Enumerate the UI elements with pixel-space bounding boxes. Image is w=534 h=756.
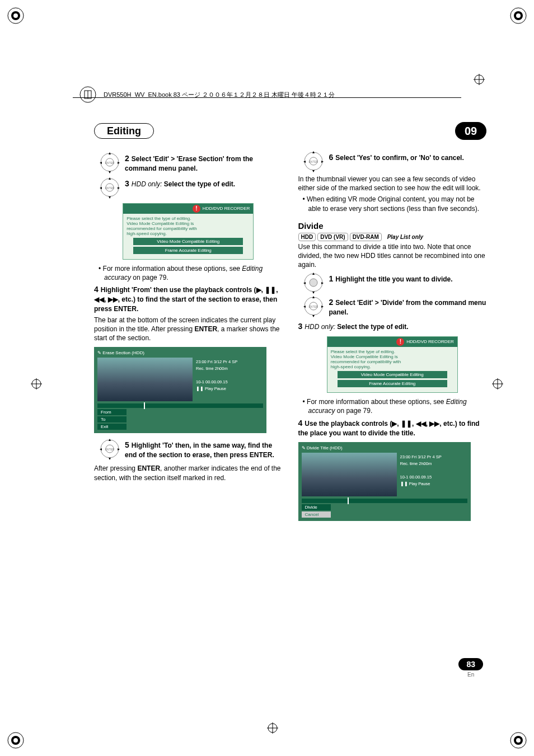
enter-icon: ENTER▴▾◂▸: [298, 150, 329, 172]
video-preview: [97, 358, 193, 401]
svg-text:ENTER: ENTER: [105, 161, 114, 165]
svg-point-5: [516, 13, 521, 18]
enter-icon: ENTER▴▾◂▸: [94, 176, 125, 199]
step-4-text: Highlight 'From' then use the playback c…: [94, 286, 278, 312]
svg-text:◂: ◂: [100, 185, 102, 190]
dialog-edit-type-1: !HDD/DVD RECORDER Please select the type…: [123, 203, 254, 260]
dialog-opt-2[interactable]: Frame Accurate Editing: [338, 380, 447, 387]
enter-icon: ENTER▴▾◂▸: [298, 295, 329, 317]
svg-text:▾: ▾: [109, 170, 111, 173]
dialog-edit-type-2: !HDD/DVD RECORDER Please select the type…: [327, 336, 458, 393]
enter-icon: ENTER▴▾◂▸: [94, 438, 125, 460]
svg-text:◂: ◂: [100, 447, 102, 452]
svg-text:▴: ▴: [109, 176, 111, 181]
divide-step-2-text: Select 'Edit' > 'Divide' from the comman…: [329, 299, 486, 316]
enter-icon: ENTER▴▾◂▸: [94, 151, 125, 173]
svg-text:▾: ▾: [312, 313, 315, 317]
svg-text:▴: ▴: [312, 271, 315, 276]
page-title: Editing: [94, 123, 154, 139]
crop-left: [31, 378, 42, 389]
crop-right: [492, 378, 503, 389]
divide-step-1: ▴▾◂▸ 1Highlight the title you want to di…: [298, 271, 487, 294]
svg-text:◂: ◂: [303, 159, 306, 164]
dialog-opt-2[interactable]: Frame Accurate Editing: [133, 247, 243, 254]
reg-mark-tr: [507, 4, 530, 27]
book-icon: [78, 85, 97, 104]
step-6-text: Select 'Yes' to confirm, or 'No' to canc…: [335, 154, 463, 162]
btn-divide[interactable]: Divide: [302, 504, 331, 510]
timeline-bar: [97, 403, 263, 408]
svg-text:▸: ▸: [118, 447, 120, 452]
media-tags: HDDDVD (VR)DVD-RAM Play List only: [298, 234, 487, 240]
divide-step-4-text: Use the playback controls (▶, ❚❚, ◀◀, ▶▶…: [298, 420, 480, 437]
svg-text:▴: ▴: [109, 151, 111, 156]
svg-point-2: [13, 13, 18, 18]
divide-step-2: ENTER▴▾◂▸ 2Select 'Edit' > 'Divide' from…: [298, 295, 487, 319]
step-2: ENTER▴▾◂▸ 2Select 'Edit' > 'Erase Sectio…: [94, 151, 283, 175]
dialog-opt-1[interactable]: Video Mode Compatible Editing: [338, 371, 447, 378]
frame-header: DVR550H_WV_EN.book 83 ページ ２００６年１２月２８日 木曜…: [73, 85, 461, 102]
bullet-vr-mode: • When editing VR mode Original content,…: [298, 195, 487, 213]
bullet-editing-accuracy-2: • For more information about these optio…: [298, 397, 487, 415]
svg-text:ENTER: ENTER: [309, 305, 318, 308]
svg-point-11: [516, 738, 521, 743]
btn-cancel[interactable]: Cancel: [302, 511, 331, 518]
svg-text:ENTER: ENTER: [105, 186, 114, 190]
svg-text:◂: ◂: [303, 280, 306, 285]
svg-point-56: [310, 279, 317, 287]
divide-step-3-text: Select the type of edit.: [335, 323, 409, 331]
video-preview: [302, 453, 397, 496]
divide-intro: Use this command to divide a title into …: [298, 242, 487, 270]
reg-mark-bl: [4, 729, 27, 752]
svg-text:▴: ▴: [312, 295, 315, 299]
chapter-badge: 09: [455, 122, 486, 140]
svg-text:▾: ▾: [312, 168, 315, 172]
step-5-text: Highlight 'To' then, in the same way, fi…: [125, 442, 274, 459]
timeline-bar: [302, 499, 467, 503]
svg-text:▸: ▸: [321, 280, 324, 285]
svg-point-8: [13, 738, 18, 743]
svg-text:▸: ▸: [321, 159, 324, 164]
alert-icon: !: [193, 205, 200, 213]
step-5-body: After pressing ENTER, another marker ind…: [94, 464, 283, 482]
reg-mark-br: [507, 729, 530, 752]
btn-to[interactable]: To: [97, 416, 127, 422]
step-3-text: Select the type of edit.: [162, 180, 235, 188]
step-2-text: Select 'Edit' > 'Erase Section' from the…: [125, 155, 253, 172]
dialog-body: Please select the type of editing. Video…: [331, 349, 454, 369]
divide-step-1-text: Highlight the title you want to divide.: [335, 275, 452, 283]
step-6: ENTER▴▾◂▸ 6Select 'Yes' to confirm, or '…: [298, 150, 487, 172]
alert-icon: !: [396, 338, 404, 346]
screenshot-erase-section: ✎ Erase Section (HDD) 23:00 Fri 3/12 Pr …: [94, 347, 266, 433]
svg-text:◂: ◂: [303, 304, 306, 309]
step-3: ENTER▴▾◂▸ 3HDD only: Select the type of …: [94, 176, 283, 199]
nav-icon: ▴▾◂▸: [298, 271, 329, 294]
svg-text:▴: ▴: [109, 438, 111, 442]
svg-text:▸: ▸: [118, 160, 120, 165]
dialog-body: Please select the type of editing. Video…: [127, 216, 250, 236]
crop-top: [474, 74, 485, 85]
svg-text:▾: ▾: [312, 290, 315, 294]
svg-text:▾: ▾: [109, 195, 111, 199]
page-number: 83 En: [458, 658, 483, 678]
frame-header-text: DVR550H_WV_EN.book 83 ページ ２００６年１２月２８日 木曜…: [104, 91, 335, 99]
svg-text:ENTER: ENTER: [105, 448, 114, 451]
step-6-body: In the thumbnail viewer you can see a fe…: [298, 175, 487, 192]
svg-text:▸: ▸: [321, 304, 324, 309]
dialog-opt-1[interactable]: Video Mode Compatible Editing: [133, 238, 243, 245]
svg-text:▴: ▴: [312, 150, 315, 154]
svg-text:ENTER: ENTER: [309, 160, 318, 163]
svg-text:◂: ◂: [100, 160, 102, 165]
step-4-body: The bar at the bottom of the screen indi…: [94, 316, 283, 343]
svg-text:▸: ▸: [118, 185, 120, 190]
btn-from[interactable]: From: [97, 409, 127, 415]
crop-bottom: [267, 722, 278, 734]
svg-text:▾: ▾: [109, 456, 111, 460]
screenshot-divide-title: ✎ Divide Title (HDD) 23:00 Fri 3/12 Pr 4…: [298, 442, 471, 521]
bullet-editing-accuracy: • For more information about these optio…: [94, 264, 283, 282]
reg-mark-tl: [4, 4, 27, 27]
btn-exit[interactable]: Exit: [97, 424, 127, 430]
step-5: ENTER▴▾◂▸ 5Highlight 'To' then, in the s…: [94, 438, 283, 462]
heading-divide: Divide: [298, 221, 487, 231]
